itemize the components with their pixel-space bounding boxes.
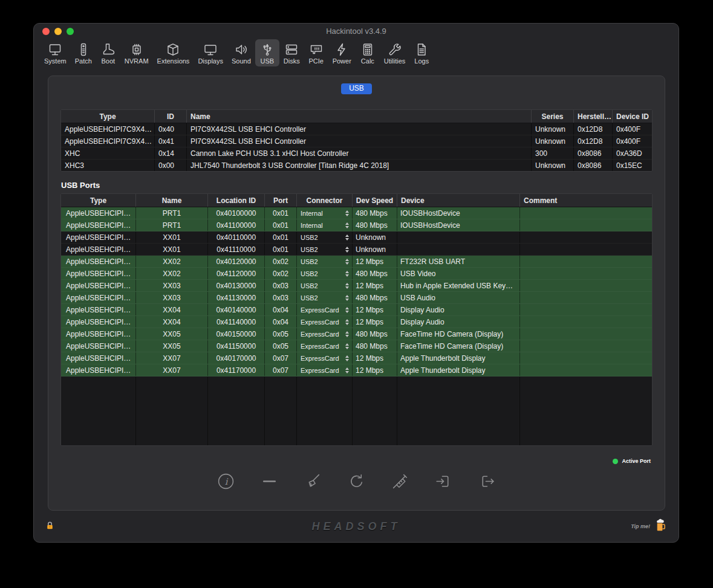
toolbar-item-sound[interactable]: Sound [227,39,255,66]
toolbar-item-disks[interactable]: Disks [279,39,304,66]
port-cell-connector[interactable]: USB2 [297,280,353,291]
ports-col-type[interactable]: Type [61,194,136,207]
controller-row[interactable]: XHC0x14Cannon Lake PCH USB 3.1 xHCI Host… [61,147,652,160]
ports-col-connector[interactable]: Connector [297,194,353,207]
connector-stepper[interactable] [345,367,349,373]
port-cell-connector[interactable]: Internal [297,219,353,231]
lock-button[interactable] [45,520,55,534]
controller-row[interactable]: AppleUSBEHCIPI7C9X4…0x40PI7C9X442SL USB … [61,123,652,135]
port-cell-connector[interactable]: ExpressCard [297,316,353,328]
connector-stepper[interactable] [345,222,349,228]
port-cell-name: XX05 [136,340,208,352]
port-cell-connector[interactable]: Internal [297,207,353,219]
port-cell-connector[interactable]: USB2 [297,244,353,255]
ports-col-device[interactable]: Device [397,194,520,207]
toolbar-item-extensions[interactable]: Extensions [153,39,194,66]
clean-button[interactable] [304,473,323,492]
ports-col-location-id[interactable]: Location ID [208,194,265,207]
inject-button[interactable] [391,473,410,492]
import-button[interactable] [434,473,454,492]
connector-stepper[interactable] [345,343,349,349]
connector-stepper[interactable] [345,210,349,216]
connector-stepper[interactable] [345,307,349,313]
port-row[interactable]: AppleUSBEHCIPI…XX010x411100000x01USB2Unk… [61,244,652,256]
controllers-col-id[interactable]: ID [155,110,187,123]
port-cell-connector[interactable]: USB2 [297,292,353,303]
port-cell-connector[interactable]: USB2 [297,231,353,243]
toolbar-item-patch[interactable]: Patch [71,39,96,66]
toolbar-item-boot[interactable]: Boot [96,39,120,66]
connector-stepper[interactable] [345,355,349,361]
port-row[interactable]: AppleUSBEHCIPI…XX070x401700000x07Express… [61,352,652,364]
close-button[interactable] [42,28,50,35]
port-cell-location-id: 0x40150000 [208,328,265,340]
controllers-col-type[interactable]: Type [61,110,155,123]
info-button[interactable]: i [217,473,236,492]
controllers-col-series[interactable]: Series [532,110,574,123]
toolbar-item-label: Disks [284,57,300,65]
controllers-col-herstell[interactable]: Herstell… [574,110,613,123]
port-row[interactable]: AppleUSBEHCIPI…XX020x411200000x02USB2480… [61,268,652,280]
port-row[interactable]: AppleUSBEHCIPI…XX030x411300000x03USB2480… [61,292,652,304]
port-cell-name: XX02 [136,256,208,267]
toolbar-item-usb[interactable]: USB [255,39,279,66]
tip-me-button[interactable]: Tip me! [631,518,668,535]
port-row[interactable]: AppleUSBEHCIPI…XX050x411500000x05Express… [61,340,652,352]
connector-value: USB2 [297,294,318,302]
port-cell-connector[interactable]: ExpressCard [297,304,353,315]
connector-stepper[interactable] [345,295,349,301]
minimize-button[interactable] [54,28,62,35]
controllers-col-device-id[interactable]: Device ID [613,110,652,123]
remove-button[interactable] [260,473,279,492]
toolbar-item-nvram[interactable]: NVRAM [120,39,153,66]
port-cell-type: AppleUSBEHCIPI… [61,256,136,267]
port-row[interactable]: AppleUSBEHCIPI…XX070x411700000x07Express… [61,364,652,376]
ports-col-name[interactable]: Name [136,194,208,207]
port-cell-connector[interactable]: ExpressCard [297,352,353,364]
port-cell-location-id: 0x40110000 [208,231,265,243]
export-button[interactable] [478,473,497,492]
controllers-col-name[interactable]: Name [187,110,532,123]
port-cell-connector[interactable]: USB2 [297,268,353,279]
port-cell-connector[interactable]: ExpressCard [297,328,353,340]
port-row[interactable]: AppleUSBEHCIPI…XX020x401200000x02USB212 … [61,256,652,268]
controller-cell: 0x400F [613,135,652,147]
port-cell-connector[interactable]: ExpressCard [297,364,353,376]
port-row[interactable]: AppleUSBEHCIPI…PRT10x411000000x01Interna… [61,219,652,231]
port-cell-port: 0x02 [265,268,297,279]
toolbar-item-displays[interactable]: Displays [194,39,227,66]
toolbar-item-label: NVRAM [125,57,149,65]
title-bar[interactable]: Hackintool v3.4.9 [34,24,679,38]
connector-stepper[interactable] [345,283,349,289]
ports-col-port[interactable]: Port [265,194,297,207]
port-row[interactable]: AppleUSBEHCIPI…PRT10x401000000x01Interna… [61,207,652,219]
connector-stepper[interactable] [345,331,349,337]
ports-col-dev-speed[interactable]: Dev Speed [353,194,397,207]
connector-stepper[interactable] [345,234,349,241]
port-row[interactable]: AppleUSBEHCIPI…XX050x401500000x05Express… [61,328,652,340]
toolbar-item-power[interactable]: Power [328,39,356,66]
connector-stepper[interactable] [345,247,349,253]
toolbar-item-calc[interactable]: Calc [356,39,380,66]
controller-row[interactable]: AppleUSBEHCIPI7C9X4…0x41PI7C9X442SL USB … [61,135,652,147]
connector-stepper[interactable] [345,259,349,265]
port-row[interactable]: AppleUSBEHCIPI…XX040x411400000x04Express… [61,316,652,328]
ports-col-comment[interactable]: Comment [520,194,652,207]
toolbar-item-system[interactable]: System [40,39,71,66]
connector-stepper[interactable] [345,271,349,277]
toolbar-item-logs[interactable]: Logs [409,39,434,66]
port-cell-connector[interactable]: ExpressCard [297,340,353,352]
port-row[interactable]: AppleUSBEHCIPI…XX040x401400000x04Express… [61,304,652,316]
port-row[interactable]: AppleUSBEHCIPI…XX030x401300000x03USB212 … [61,280,652,292]
port-row[interactable]: AppleUSBEHCIPI…XX010x401100000x01USB2Unk… [61,231,652,244]
connector-stepper[interactable] [345,319,349,325]
refresh-button[interactable] [347,473,366,492]
controller-cell: 0xA36D [613,147,652,159]
port-cell-connector[interactable]: USB2 [297,256,353,267]
tab-usb[interactable]: USB [341,83,372,94]
controller-row[interactable]: XHC30x00JHL7540 Thunderbolt 3 USB Contro… [61,160,652,171]
zoom-button[interactable] [67,28,74,35]
toolbar-item-utilities[interactable]: Utilities [380,39,409,66]
controller-cell: AppleUSBEHCIPI7C9X4… [61,135,155,147]
toolbar-item-pcie[interactable]: PCIe [304,39,328,66]
